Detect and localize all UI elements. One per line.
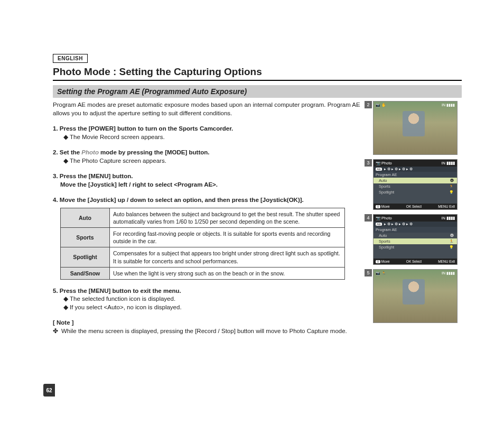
step-heading: Press the [MENU] button. [60,173,133,179]
menu-row: Spotlight💡 [374,244,457,250]
menu-header-right: IN ▮▮▮▮ [441,216,455,220]
lcd-menu: 📷 Photo IN ▮▮▮▮ AE▸ ⚙ ▸ ⚙ ▸ ⚙ ▸ ⚙ Progra… [373,159,458,210]
screenshot-5: 5 📷 🏃 IN ▮▮▮▮ [373,269,462,323]
table-row: Sand/SnowUse when the light is very stro… [61,267,345,279]
option-label: Sports [61,227,110,247]
option-desc: Use when the light is very strong such a… [110,267,345,279]
menu-row: Spotlight💡 [374,189,457,195]
screenshot-number-badge: 4 [365,214,372,222]
menu-row: Auto🅐 [374,233,457,238]
step-bullet: The selected function icon is displayed. [70,296,175,302]
menu-row-label: Auto [379,178,387,183]
step-2: 2. Set the Photo mode by pressing the [M… [53,149,362,165]
language-label: ENGLISH [53,54,88,63]
screenshot-2: 2 📷 ✋ IN ▮▮▮▮ [373,101,462,155]
screenshot-4: 4 📷 Photo IN ▮▮▮▮ AE▸ ⚙ ▸ ⚙ ▸ ⚙ ▸ ⚙ Prog… [373,214,462,265]
step-number: 5. [53,288,58,294]
step-3: 3. Press the [MENU] button. Move the [Jo… [53,172,362,189]
step-number: 4. [53,197,58,203]
menu-tab-ae: AE [376,223,382,226]
lcd-menu: 📷 Photo IN ▮▮▮▮ AE▸ ⚙ ▸ ⚙ ▸ ⚙ ▸ ⚙ Progra… [373,214,458,265]
option-desc: Auto balances between the subject and ba… [110,208,345,227]
menu-title: Program AE [374,227,457,233]
option-label: Auto [61,208,110,227]
step-heading: Press the [POWER] button to turn on the … [60,125,233,132]
note-text: While the menu screen is displayed, pres… [61,327,347,336]
intro-paragraph: Program AE modes are preset automatic ex… [53,101,362,117]
page-title: Photo Mode : Setting the Capturing Optio… [53,66,462,81]
lcd-status-right: IN ▮▮▮▮ [442,271,455,275]
table-row: SpotlightCompensates for a subject that … [61,247,345,267]
table-row: AutoAuto balances between the subject an… [61,208,345,227]
step-5: 5. Press the [MENU] button to exit the m… [53,287,362,312]
menu-row: Sports🏃 [374,183,457,189]
note-heading: [ Note ] [53,319,362,327]
menu-tab-dots: ▸ ⚙ ▸ ⚙ ▸ ⚙ ▸ ⚙ [384,222,413,226]
bullet-diamond-icon: ◆ [63,295,70,303]
bullet-diamond-icon: ◆ [63,133,70,142]
screenshot-3: 3 📷 Photo IN ▮▮▮▮ AE▸ ⚙ ▸ ⚙ ▸ ⚙ ▸ ⚙ Prog… [373,159,462,210]
step-heading-post: mode by pressing the [MODE] button. [99,149,210,155]
lcd-photo-preview: 📷 ✋ IN ▮▮▮▮ [373,101,458,155]
step-heading-mode: Photo [81,149,99,155]
option-desc: Compensates for a subject that appears t… [110,247,345,267]
menu-tab-ae: AE [376,168,382,171]
lcd-photo-preview: 📷 🏃 IN ▮▮▮▮ [373,269,458,323]
step-bullet: If you select <Auto>, no icon is display… [70,304,182,310]
menu-tab-dots: ▸ ⚙ ▸ ⚙ ▸ ⚙ ▸ ⚙ [384,167,413,171]
screenshot-number-badge: 2 [365,101,372,108]
step-bullet: The Photo Capture screen appears. [70,158,166,164]
menu-footer-exit: MENU Exit [438,260,455,263]
screenshot-number-badge: 3 [365,159,372,167]
menu-footer-select: OK Select [406,205,422,208]
lcd-status-right: IN ▮▮▮▮ [442,103,455,107]
screenshots-column: 2 📷 ✋ IN ▮▮▮▮ 3 📷 Photo IN ▮▮▮▮ AE▸ ⚙ ▸ … [373,101,462,335]
step-number: 2. [53,149,58,155]
menu-row-icon: 🏃 [449,239,454,244]
menu-row-label: Spotlight [379,245,394,250]
menu-footer-select: OK Select [406,260,422,263]
menu-header-right: IN ▮▮▮▮ [441,161,455,165]
page-number-badge: 62 [43,384,55,397]
step-1: 1. Press the [POWER] button to turn on t… [53,125,362,141]
note-bullet-icon: ✤ [53,327,58,336]
menu-row-icon: 🏃 [449,185,454,189]
main-text-column: Program AE modes are preset automatic ex… [53,101,362,335]
menu-row-selected: Auto🅐 [374,178,457,183]
step-number: 1. [53,125,58,132]
step-heading-line2: Move the [Joystick] left / right to sele… [53,181,362,189]
step-heading: Move the [Joystick] up / down to select … [60,197,304,203]
bullet-diamond-icon: ◆ [63,157,70,165]
menu-header-left: 📷 Photo [376,216,392,220]
bullet-diamond-icon: ◆ [63,303,70,312]
lcd-status-left: 📷 🏃 [376,271,386,275]
table-row: SportsFor recording fast-moving people o… [61,227,345,247]
screenshot-number-badge: 5 [365,269,372,276]
option-label: Sand/Snow [61,267,110,279]
menu-row-label: Sports [379,184,390,189]
menu-row-icon: 💡 [449,245,454,250]
step-heading: Press the [MENU] button to exit the menu… [60,288,181,294]
menu-row-icon: 🅐 [450,234,454,237]
menu-footer-exit: MENU Exit [438,205,455,208]
step-bullet: The Movie Record screen appears. [70,134,165,140]
option-desc: For recording fast-moving people or obje… [110,227,345,247]
menu-row-icon: 🅐 [450,179,454,182]
menu-header-left: 📷 Photo [376,161,392,165]
menu-footer-move: ⇕ Move [376,205,390,208]
menu-row-selected: Sports🏃 [374,238,457,244]
step-heading-pre: Set the [60,149,82,155]
menu-footer-move: ⇕ Move [376,260,390,263]
menu-row-label: Sports [379,239,390,244]
step-number: 3. [53,173,58,179]
options-table: AutoAuto balances between the subject an… [60,208,345,280]
menu-row-icon: 💡 [449,190,454,195]
lcd-status-left: 📷 ✋ [376,103,386,107]
option-label: Spotlight [61,247,110,267]
step-4: 4. Move the [Joystick] up / down to sele… [53,196,362,280]
menu-row-label: Spotlight [379,190,394,195]
section-heading: Setting the Program AE (Programmed Auto … [53,85,462,98]
menu-title: Program AE [374,172,457,178]
menu-row-label: Auto [379,233,387,238]
